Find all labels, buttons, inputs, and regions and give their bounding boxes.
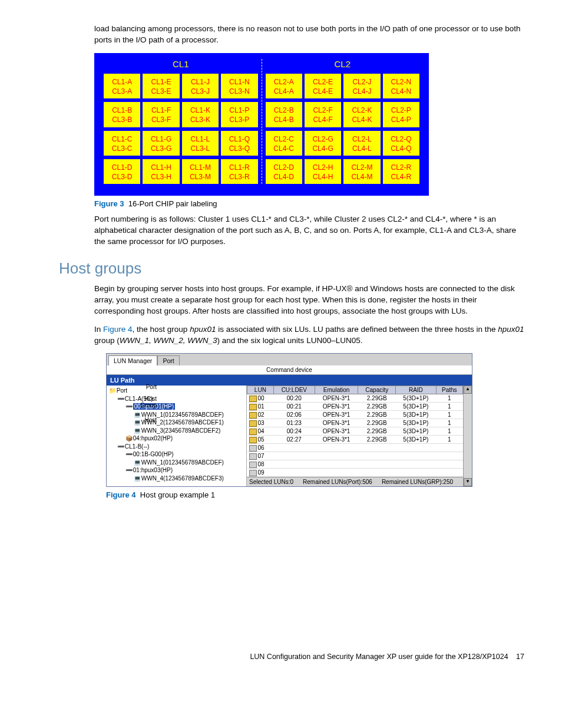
tree-item[interactable]: 💻 WWN_2(123456789ABCDEF1) [108,419,246,427]
chip-cell: CL2-LCL4-L [343,131,380,156]
chip-cell: CL1-NCL3-N [221,74,257,98]
chip-cell: CL1-KCL3-K [182,102,219,127]
footer-text: LUN Configuration and Security Manager X… [250,653,508,661]
table-row[interactable]: 0502:27OPEN-3*12.29GB5(3D+1P)1 [247,436,463,444]
tree-item[interactable]: ➖ CL1-B(--) [108,443,246,451]
chip-cell: CL2-ACL4-A [266,74,302,98]
table-header[interactable]: LUN [247,386,274,394]
annotation-port: Port [146,384,157,390]
annotation-host: Host [144,417,157,423]
chip-cell: CL1-FCL3-F [143,102,179,127]
chip-cell: CL2-CCL4-C [266,131,302,156]
tree-icon: ➖ [125,403,131,411]
chip-cluster-1-title: CL1 [104,59,258,69]
hg2-wwn: WWN_1, WWN_2, WWN_3 [120,336,217,345]
figure-4-wrap: Port HostGroup Host LUN Manager Port Com… [35,353,527,487]
status-selected: Selected LUNs:0 [249,479,293,485]
app-main: 📁 Port➖ CL1-A(5C)➖ 00:hpux01(HP)💻 WWN_1(… [107,386,472,486]
table-header[interactable]: CU:LDEV [273,386,315,394]
tree-item[interactable]: 📁 Port [108,387,246,395]
tree-item[interactable]: ➖ 01:hpux03(HP) [108,466,246,475]
tree-item[interactable]: ➖ CL1-A(5C) [108,395,246,403]
chip-cell: CL2-GCL4-G [305,131,341,156]
table-row[interactable]: 0202:06OPEN-3*12.29GB5(3D+1P)1 [247,411,463,419]
chip-cell: CL1-JCL3-J [182,74,219,98]
tree-icon: 💻 [134,411,140,419]
tree-item[interactable]: 💻 WWN_1(0123456789ABCDEF) [108,411,246,419]
chip-cell: CL2-HCL4-H [305,159,341,184]
figure-4-label: Figure 4 [106,490,136,499]
scrollbar[interactable]: ▲ ▼ [463,386,472,486]
tree-icon: ➖ [125,450,131,459]
lun-icon [249,462,257,468]
table-row[interactable]: 0301:23OPEN-3*12.29GB5(3D+1P)1 [247,419,463,427]
chip-cell: CL1-ACL3-A [104,74,140,98]
figure-3-label: Figure 3 [94,199,124,208]
chip-cell: CL2-FCL4-F [305,102,341,127]
chip-cell: CL1-PCL3-P [221,102,257,127]
chip-cell: CL1-CCL3-C [104,131,140,156]
hg2-prefix: In [94,325,103,334]
tree-icon: ➖ [117,443,123,451]
intro-paragraph: load balancing among processors, there i… [94,24,527,46]
lun-icon [249,404,257,410]
scroll-down-icon[interactable]: ▼ [464,478,472,486]
lu-path-bar: LU Path [107,375,472,386]
tree-pane[interactable]: 📁 Port➖ CL1-A(5C)➖ 00:hpux01(HP)💻 WWN_1(… [107,386,247,486]
chip-cell: CL2-PCL4-P [383,102,419,127]
command-device-label: Command device [107,365,472,375]
figure-4-ref-link[interactable]: Figure 4 [103,325,133,334]
tree-item[interactable]: ➖ 00:hpux01(HP) [108,403,246,411]
table-header[interactable]: Emulation [315,386,358,394]
table-row[interactable]: 07 [247,452,463,460]
chip-cell: CL2-ECL4-E [305,74,341,98]
table-row[interactable]: 0000:20OPEN-3*12.29GB5(3D+1P)1 [247,394,463,403]
host-groups-para-1: Begin by grouping server hosts into host… [94,284,527,317]
tree-item[interactable]: 💻 WWN_3(23456789ABCDEF2) [108,427,246,435]
chip-cell: CL2-QCL4-Q [383,131,419,156]
table-row[interactable]: 09 [247,469,463,477]
table-header[interactable]: Paths [436,386,462,394]
tab-lun-manager[interactable]: LUN Manager [108,355,157,365]
table-row[interactable]: 08 [247,460,463,469]
table-header[interactable]: RAID [396,386,436,394]
lun-icon [249,429,257,435]
tree-item[interactable]: ➖ 00:1B-G00(HP) [108,450,246,459]
hg2-mid3: group ( [94,336,120,345]
scroll-up-icon[interactable]: ▲ [464,386,472,394]
hg2-end: ) and the six logical units LUN00–LUN05. [217,336,363,345]
port-numbering-paragraph: Port numbering is as follows: Cluster 1 … [94,214,527,248]
tree-item[interactable]: 💻 WWN_4(123456789ABCDEF3) [108,475,246,483]
tab-port[interactable]: Port [157,355,179,365]
chip-cluster-2: CL2 CL2-ACL4-ACL2-ECL4-ECL2-JCL4-JCL2-NC… [262,59,424,185]
lun-icon [249,453,257,460]
chip-cell: CL2-DCL4-D [266,159,302,184]
tree-icon: 📁 [109,387,115,395]
lun-icon [249,437,257,443]
chip-cell: CL1-GCL3-G [143,131,179,156]
chip-cell: CL1-MCL3-M [182,159,219,184]
tree-item[interactable]: 📦 04:hpux02(HP) [108,434,246,443]
lun-icon [249,412,257,419]
table-header[interactable]: Capacity [358,386,396,394]
table-row[interactable]: 0100:21OPEN-3*12.29GB5(3D+1P)1 [247,403,463,411]
figure-3-caption: Figure 3 16-Port CHIP pair labeling [94,199,527,208]
tree-item[interactable]: 💻 WWN_1(0123456789ABCDEF) [108,459,246,467]
chip-cell: CL2-NCL4-N [383,74,419,98]
chip-cell: CL1-DCL3-D [104,159,140,184]
table-row[interactable]: 06 [247,444,463,452]
tree-icon: 📦 [125,434,131,443]
chip-cell: CL2-KCL4-K [343,102,380,127]
chip-cell: CL2-BCL4-B [266,102,302,127]
status-remained-port: Remained LUNs(Port):506 [303,479,372,485]
table-row[interactable]: 0400:24OPEN-3*12.29GB5(3D+1P)1 [247,427,463,436]
tree-icon: 💻 [134,427,140,435]
page-footer: LUN Configuration and Security Manager X… [35,653,527,661]
tree-icon: 💻 [134,475,140,483]
lun-icon [249,396,257,402]
chip-cell: CL1-BCL3-B [104,102,140,127]
annotation-host-group: HostGroup [140,396,157,409]
hg2-mid: , the host group [133,325,190,334]
chip-cell: CL1-QCL3-Q [221,131,257,156]
host-groups-heading: Host groups [59,259,527,278]
